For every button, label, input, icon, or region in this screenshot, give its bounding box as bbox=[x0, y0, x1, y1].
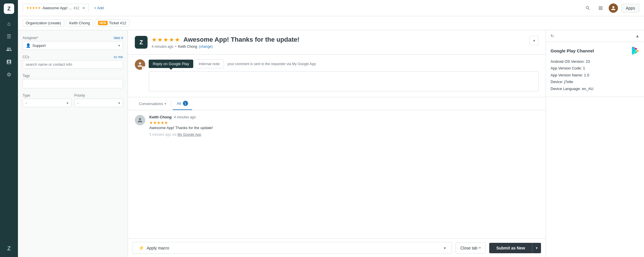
assignee-label: Assignee* take it bbox=[23, 36, 123, 40]
ticket-author: Keith Chong bbox=[178, 45, 197, 49]
user-avatar[interactable] bbox=[609, 3, 618, 13]
tab-close-icon[interactable]: ✕ bbox=[82, 6, 85, 10]
search-icon[interactable] bbox=[583, 3, 593, 13]
ticket-expand-button[interactable]: ▾ bbox=[529, 36, 539, 45]
conversations-chevron: ▾ bbox=[165, 102, 166, 105]
reply-tabs: Reply on Google Play Internal note your … bbox=[149, 59, 539, 68]
app-version-name: App Version Name: 1.0 bbox=[551, 72, 639, 78]
logo-text: Z bbox=[8, 6, 11, 12]
device-language: Device Language: en_AU bbox=[551, 85, 639, 92]
message-text: Awesome App! Thanks for the update! bbox=[149, 125, 539, 131]
breadcrumb-contact[interactable]: Keith Chong bbox=[66, 19, 93, 27]
content-area: Assignee* take it 👤 Support ▼ bbox=[18, 30, 644, 257]
macro-dropdown-icon: ▾ bbox=[444, 246, 446, 250]
reply-google-play-tab[interactable]: Reply on Google Play bbox=[149, 60, 193, 68]
reply-avatar: + bbox=[135, 59, 145, 70]
take-it-link[interactable]: take it bbox=[114, 36, 123, 40]
right-panel: ↻ ▲ Google Play Channel bbox=[546, 30, 644, 257]
macro-bolt-icon: ⚡ bbox=[139, 245, 144, 251]
left-panel: Assignee* take it 👤 Support ▼ bbox=[18, 30, 128, 257]
tags-label: Tags bbox=[23, 74, 123, 78]
tab-number: #12 bbox=[73, 6, 79, 10]
close-tab-button[interactable]: Close tab ▾ bbox=[455, 243, 486, 254]
submit-button[interactable]: Submit as New bbox=[489, 243, 532, 253]
message-footer-via: via bbox=[172, 133, 178, 137]
ticket-header-left: Z ★★★★★ Awesome App! Thanks for the upda… bbox=[135, 36, 299, 49]
reply-textarea[interactable] bbox=[149, 71, 539, 91]
sidebar: Z ⌂ ☰ ⚙ Z bbox=[0, 0, 18, 257]
ticket-title: Awesome App! Thanks for the update! bbox=[183, 36, 299, 43]
ticket-change-link[interactable]: (change) bbox=[199, 45, 213, 49]
type-select[interactable]: - bbox=[23, 99, 71, 107]
center-panel: Z ★★★★★ Awesome App! Thanks for the upda… bbox=[128, 30, 546, 257]
macro-label: Apply macro bbox=[147, 246, 169, 250]
ticket-label: Ticket #12 bbox=[109, 21, 126, 25]
reply-note: your comment is sent to the requester vi… bbox=[227, 62, 316, 66]
new-badge: NEW bbox=[98, 21, 108, 25]
breadcrumb-org[interactable]: Organization (create) bbox=[23, 19, 64, 27]
channel-section: Google Play Channel bbox=[546, 42, 644, 97]
priority-select[interactable]: - bbox=[74, 99, 123, 107]
message-footer: 5 minutes ago via My Google App bbox=[149, 133, 539, 137]
cc-me-link[interactable]: cc me bbox=[114, 55, 123, 59]
active-tab[interactable]: ★★★★★ Awesome App! ... #12 ✕ bbox=[23, 4, 89, 12]
all-tab[interactable]: All 1 bbox=[173, 97, 192, 110]
sidebar-logo: Z bbox=[4, 3, 14, 14]
add-tab-button[interactable]: + Add bbox=[91, 4, 107, 12]
google-play-icon bbox=[631, 47, 639, 55]
android-os-version: Android OS Version: 23 bbox=[551, 58, 639, 65]
reply-composer: + Reply on Google Play Internal note you… bbox=[135, 59, 539, 92]
assignee-person-icon: 👤 bbox=[26, 43, 31, 48]
apps-button[interactable]: Apps bbox=[621, 4, 639, 12]
assignee-field: Assignee* take it 👤 Support ▼ bbox=[23, 36, 123, 50]
assignee-dropdown-icon: ▼ bbox=[118, 44, 121, 47]
reply-composer-inner: Reply on Google Play Internal note your … bbox=[149, 59, 539, 92]
ccs-input[interactable] bbox=[23, 60, 123, 69]
priority-select-wrapper: - ▼ bbox=[74, 99, 123, 107]
breadcrumb-ticket[interactable]: NEW Ticket #12 bbox=[95, 19, 130, 27]
assignee-select[interactable]: 👤 Support ▼ bbox=[23, 41, 123, 50]
ccs-field: CCs cc me bbox=[23, 55, 123, 69]
sidebar-item-home[interactable]: ⌂ bbox=[4, 19, 14, 29]
apply-macro-button[interactable]: ⚡ Apply macro ▾ bbox=[133, 242, 452, 254]
apps-grid-icon[interactable] bbox=[596, 3, 605, 13]
submit-dropdown-button[interactable]: ▾ bbox=[532, 243, 541, 253]
type-label: Type bbox=[23, 93, 71, 98]
sidebar-item-users[interactable] bbox=[4, 44, 14, 54]
type-priority-row: Type - ▼ Priority - bbox=[23, 93, 123, 112]
topbar: ★★★★★ Awesome App! ... #12 ✕ + Add Apps bbox=[18, 0, 644, 16]
conv-divider bbox=[171, 101, 172, 107]
message-avatar bbox=[135, 115, 145, 125]
assignee-value: Support bbox=[32, 43, 46, 48]
message-footer-link[interactable]: My Google App bbox=[177, 133, 201, 137]
channel-info: Android OS Version: 23 App Version Code:… bbox=[551, 58, 639, 92]
device-info: Device: j7elte bbox=[551, 78, 639, 85]
sidebar-item-inbox[interactable]: ☰ bbox=[4, 31, 14, 42]
ticket-meta-dot: • bbox=[175, 45, 176, 49]
reply-internal-tab[interactable]: Internal note bbox=[194, 59, 224, 68]
message-author: Keith Chong bbox=[149, 115, 172, 119]
priority-label: Priority bbox=[74, 93, 123, 98]
message-footer-time: 5 minutes ago bbox=[149, 133, 171, 137]
collapse-icon[interactable]: ▲ bbox=[635, 34, 639, 38]
sidebar-item-zendesk[interactable]: Z bbox=[4, 243, 14, 254]
conversations-tab[interactable]: Conversations ▾ bbox=[135, 98, 170, 109]
ticket-stars: ★★★★★ bbox=[152, 36, 181, 43]
tab-stars: ★★★★★ bbox=[26, 6, 41, 10]
message-list: Keith Chong 4 minutes ago ★★★★★ Awesome … bbox=[128, 110, 546, 238]
brand-logo: Z bbox=[135, 36, 148, 49]
message-time: 4 minutes ago bbox=[174, 115, 196, 119]
sidebar-item-settings[interactable]: ⚙ bbox=[4, 69, 14, 80]
tags-input[interactable] bbox=[23, 79, 123, 88]
assignee-select-wrapper: 👤 Support ▼ bbox=[23, 41, 123, 50]
channel-header: Google Play Channel bbox=[551, 47, 639, 55]
sidebar-item-reports[interactable] bbox=[4, 57, 14, 67]
refresh-icon[interactable]: ↻ bbox=[551, 34, 554, 38]
message-content: Keith Chong 4 minutes ago ★★★★★ Awesome … bbox=[149, 115, 539, 137]
ticket-time: 4 minutes ago bbox=[152, 45, 173, 49]
all-label: All bbox=[177, 101, 181, 106]
close-tab-label: Close tab bbox=[460, 246, 477, 250]
ticket-header: Z ★★★★★ Awesome App! Thanks for the upda… bbox=[128, 30, 546, 55]
ticket-title-area: ★★★★★ Awesome App! Thanks for the update… bbox=[152, 36, 299, 49]
brand-logo-text: Z bbox=[139, 39, 143, 46]
